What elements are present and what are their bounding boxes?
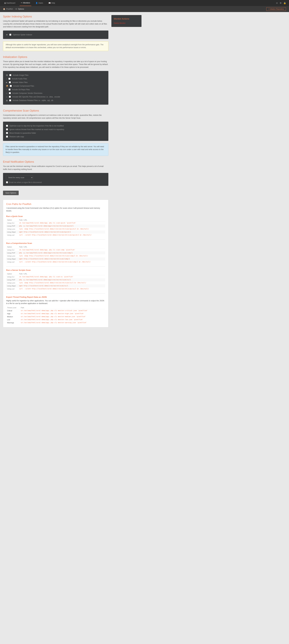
cron-path[interactable]: php -q /var/www/html/coral-demo/app/cron…: [18, 224, 105, 228]
include-ide-checkbox[interactable]: [9, 96, 11, 98]
grid-icon: ▦: [4, 2, 6, 4]
threat-path[interactable]: cd /var/www/html/coral-demo/app; php cli…: [20, 315, 105, 318]
table-row: Using curlcurl --silent http://localhost…: [6, 287, 105, 290]
scan-restore-checkbox[interactable]: [6, 136, 8, 138]
cron-path[interactable]: cd /var/www/html/coral-demo/app; php cli…: [18, 221, 105, 224]
delete-monitor-link[interactable]: Delete Monitor: [114, 22, 139, 24]
cron-option-label: Using Lynx: [6, 281, 18, 284]
email-section-title: Email Notification Options: [3, 160, 108, 164]
table-row: Highcd /var/www/html/coral-demo/app; php…: [6, 312, 105, 315]
spider-optimize-checkbox[interactable]: [9, 34, 11, 36]
cron-path[interactable]: wget http://localhost/coral-demo/cron/se…: [18, 284, 105, 287]
cron-path[interactable]: wget http://localhost/coral-demo/cron/se…: [18, 258, 105, 260]
init-section: Initialization Options These options all…: [3, 56, 108, 105]
cron-path[interactable]: php -q /var/www/html/coral-demo/app/cron…: [18, 278, 105, 281]
spider-section: Spider Indexing Options Using the optimi…: [3, 15, 108, 51]
user-circle-icon[interactable]: ⊙: [276, 2, 278, 4]
include-image-checkbox[interactable]: [9, 74, 11, 76]
scan-section-title: Comprehensive Scan Options: [3, 109, 108, 112]
scan-option-optimize: Optimize scan to skip line by line inspe…: [6, 124, 105, 128]
database-icon: ▦: [6, 100, 8, 102]
cron-path[interactable]: lynx -dump http://localhost/coral-demo/c…: [18, 228, 105, 230]
nav-dashboard[interactable]: ▦ Dashboard: [3, 0, 17, 6]
cron-path[interactable]: cd /var/www/html/coral-demo/app; php cli…: [18, 248, 105, 252]
threat-path[interactable]: cd /var/www/html/coral-demo/app; php cli…: [20, 318, 105, 321]
cron-option-label: Using CLI: [6, 248, 18, 252]
activity-icon: 〜: [21, 2, 23, 4]
threat-level-label: Warnings: [6, 321, 20, 324]
breadcrumb: 🏠 Pixelfish › ⚙ Options + Initialize Rep…: [0, 6, 289, 12]
audio-icon: ♪: [6, 78, 7, 80]
nav-users[interactable]: 👤 Users: [34, 0, 44, 6]
include-compressed-label: Include Compressed Files: [13, 85, 34, 87]
breadcrumb-pixelfish[interactable]: Pixelfish: [6, 8, 13, 10]
include-database-checkbox[interactable]: [9, 100, 11, 101]
nav-users-label: Users: [38, 2, 43, 4]
threat-path[interactable]: cd /var/www/html/coral-demo/app; php cli…: [20, 321, 105, 324]
server-scan-col-path: Path / URL: [18, 272, 105, 275]
scan-options-box: Optimize scan to skip line by line inspe…: [3, 122, 108, 141]
scan-option-quarantine: Move threats to quarantine folder: [6, 131, 105, 135]
threat-path[interactable]: cd /var/www/html/coral-demo/app; php cli…: [20, 309, 105, 312]
spider-options-box: 🕷 Optimize Spider Indexer: [3, 30, 108, 39]
spider-optimize-row: 🕷 Optimize Spider Indexer: [6, 33, 105, 36]
scan-optimize-label: Optimize scan to skip line by line inspe…: [10, 125, 64, 127]
include-video-checkbox[interactable]: [9, 81, 11, 83]
table-row: Using PHPphp -q /var/www/html/coral-demo…: [6, 224, 105, 228]
cron-path[interactable]: curl --silent http://localhost/coral-dem…: [18, 287, 105, 290]
cron-option-label: Using Lynx: [6, 228, 18, 230]
scan-optimize-checkbox[interactable]: [6, 125, 8, 127]
initialize-repository-button[interactable]: + Initialize Repository: [266, 7, 286, 11]
scan-quarantine-checkbox[interactable]: [6, 132, 8, 134]
export-block: Export Threat Finding Report Data as JSO…: [6, 296, 105, 324]
threat-level-label: Critical: [6, 309, 20, 312]
comp-scan-col-option: Option: [6, 246, 18, 248]
cron-option-label: Using Lynx: [6, 254, 18, 258]
table-row: Warningscd /var/www/html/coral-demo/app;…: [6, 321, 105, 324]
scan-quarantine-label: Move threats to quarantine folder: [10, 132, 36, 134]
cron-path[interactable]: php -q /var/www/html/coral-demo/app/cron…: [18, 252, 105, 254]
image-icon: 🖼: [6, 74, 8, 76]
cron-path[interactable]: cd /var/www/html/coral-demo/app; php cli…: [18, 275, 105, 278]
include-git-checkbox[interactable]: [9, 88, 11, 90]
email-rogue-checkbox[interactable]: [6, 181, 8, 183]
cron-path[interactable]: wget http://localhost/coral-demo/cron/se…: [18, 230, 105, 234]
cron-path[interactable]: curl --silent http://localhost/coral-dem…: [18, 260, 105, 264]
email-frequency-select[interactable]: Send for every scan Send on warnings Sen…: [6, 175, 33, 180]
lock-icon[interactable]: 🔒: [283, 2, 286, 4]
include-database-label: Include Database Related Files i.e. .sql…: [13, 100, 53, 102]
table-row: Using CLIcd /var/www/html/coral-demo/app…: [6, 221, 105, 224]
nav-monitors[interactable]: 〜 Monitors: [20, 0, 31, 6]
save-options-button[interactable]: Save Options: [3, 191, 19, 195]
quick-scan-col-option: Option: [6, 219, 18, 222]
breadcrumb-options-icon: ⚙: [15, 8, 17, 10]
cron-section: Cron Paths for Pixelfish I recommend usi…: [3, 200, 108, 327]
include-git-label: Include Git Repo Files: [12, 88, 30, 91]
table-row: Using Wgetwget http://localhost/coral-de…: [6, 258, 105, 260]
archive-icon: 📦: [6, 85, 8, 87]
nav-help[interactable]: 📖 Help: [47, 0, 56, 6]
init-option-compressed: 📦 Include Compressed Files: [6, 84, 105, 88]
nav-monitors-label: Monitors: [23, 2, 30, 4]
spider-icon: 🕷: [6, 34, 8, 36]
include-composer-label: Include Composer Vendor Directories: [12, 92, 42, 94]
cron-path[interactable]: lynx -dump http://localhost/coral-demo/c…: [18, 281, 105, 284]
email-rogue-label: Email me when a rogue file is discovered: [9, 181, 42, 184]
cron-path[interactable]: lynx -dump http://localhost/coral-demo/c…: [18, 254, 105, 258]
threat-level-label: High: [6, 312, 20, 315]
include-compressed-checkbox[interactable]: [10, 85, 12, 87]
export-col-path: Path: [20, 306, 105, 309]
cron-path[interactable]: curl --silent http://localhost/coral-dem…: [18, 234, 105, 236]
threat-path[interactable]: cd /var/www/html/coral-demo/app; php cli…: [20, 312, 105, 315]
scan-info-text: Files cannot be moved to quarantine or r…: [6, 146, 104, 153]
threat-level-label: Low: [6, 318, 20, 321]
gear-icon[interactable]: ⚙: [280, 2, 282, 4]
init-section-desc: These options allow you to tweak how thi…: [3, 60, 108, 69]
scan-ignore-checkbox[interactable]: [6, 128, 8, 130]
include-audio-checkbox[interactable]: [9, 78, 11, 80]
include-composer-checkbox[interactable]: [9, 92, 11, 94]
init-option-image: 🖼 Include Image Files: [6, 74, 105, 77]
quick-scan-block: Run a Quick Scan Option Path / URL Using…: [6, 215, 105, 236]
quick-scan-col-path: Path / URL: [18, 219, 105, 222]
init-option-ide: ◇ Include IDE Specific Files and Directo…: [6, 95, 105, 99]
